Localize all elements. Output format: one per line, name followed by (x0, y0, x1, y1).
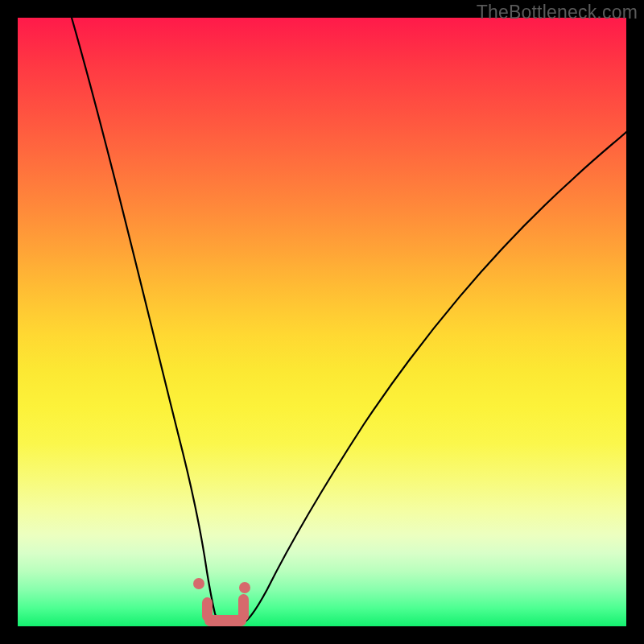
right-curve (244, 132, 626, 622)
marker-dot-right (239, 582, 250, 593)
left-curve (72, 18, 220, 622)
optimal-valley-left-stub (202, 597, 213, 621)
optimal-valley-right-stub (238, 594, 249, 621)
watermark-text: TheBottleneck.com (477, 2, 638, 23)
marker-dot-left (193, 578, 204, 589)
bottleneck-curve-plot (18, 18, 626, 626)
chart-area (18, 18, 626, 626)
